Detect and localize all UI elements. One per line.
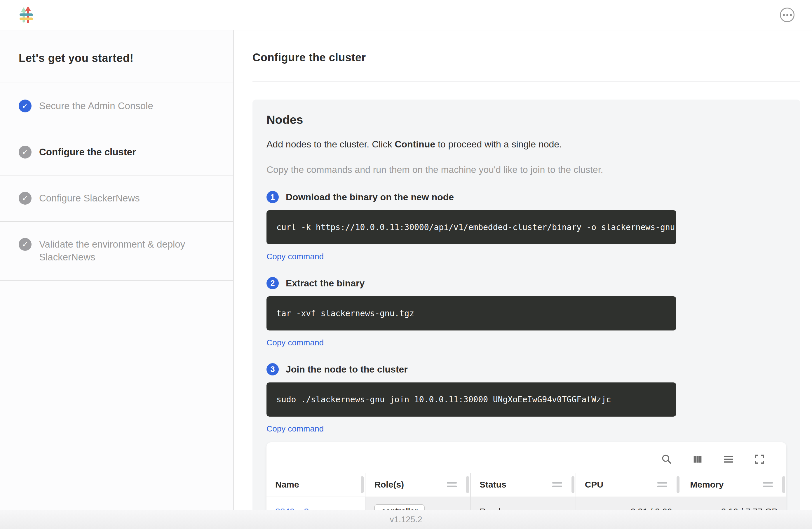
more-options-button[interactable] [780,8,795,22]
step-3-title: Join the node to the cluster [286,364,408,375]
page-layout: Let's get you started! ✓ Secure the Admi… [0,30,812,510]
ellipsis-icon [783,14,785,16]
step-3-badge: 3 [266,363,279,375]
column-resize-handle[interactable] [466,476,469,493]
check-circle-icon: ✓ [19,100,31,112]
column-menu-icon[interactable] [763,482,773,487]
title-divider [252,81,800,82]
sidebar-item-secure-admin-console[interactable]: ✓ Secure the Admin Console [0,83,233,129]
step-2-copy-command-link[interactable]: Copy command [266,338,324,347]
step-2-command: tar -xvf slackernews-gnu.tgz [266,296,676,330]
node-roles-cell: controller [365,497,470,510]
page-footer: v1.125.2 [0,510,812,529]
step-2-header: 2 Extract the binary [266,277,786,289]
nodes-card: Nodes Add nodes to the cluster. Click Co… [252,100,800,510]
node-name-cell: 8849ec3c [266,497,365,510]
columns-icon[interactable] [692,453,704,465]
node-row: 8849ec3c controller Ready 0.31 / 2.00 2.… [266,497,786,510]
column-header-cpu[interactable]: CPU [576,473,681,497]
table-toolbar [266,442,786,473]
sidebar-item-label: Validate the environment & deploy Slacke… [39,238,219,263]
nodes-table-card: Name Role(s) Status [266,442,786,510]
step-1-header: 1 Download the binary on the new node [266,191,786,203]
check-circle-icon: ✓ [19,146,31,158]
slackernews-logo-icon [17,5,36,24]
sidebar-heading: Let's get you started! [0,30,233,83]
version-label: v1.125.2 [390,515,422,524]
copy-instructions: Copy the commands and run them on the ma… [266,165,786,175]
fullscreen-icon[interactable] [754,453,765,465]
step-2-badge: 2 [266,277,279,289]
role-chip: controller [374,504,425,510]
sidebar-item-label: Secure the Admin Console [39,100,153,112]
nodes-intro: Add nodes to the cluster. Click Continue… [266,139,786,150]
setup-steps-sidebar: Let's get you started! ✓ Secure the Admi… [0,30,234,510]
column-menu-icon[interactable] [552,482,562,487]
sidebar-item-label: Configure the cluster [39,146,136,158]
column-resize-handle[interactable] [782,476,785,493]
check-circle-icon: ✓ [19,238,31,251]
column-resize-handle[interactable] [571,476,575,493]
column-menu-icon[interactable] [447,482,457,487]
sidebar-item-configure-slackernews[interactable]: ✓ Configure SlackerNews [0,175,233,221]
step-1-command: curl -k https://10.0.0.11:30000/api/v1/e… [266,210,676,244]
node-name-link[interactable]: 8849ec3c [275,506,313,510]
step-1-copy-command-link[interactable]: Copy command [266,252,324,261]
density-icon[interactable] [723,453,734,465]
table-header-row: Name Role(s) Status [266,473,786,497]
step-3-copy-command-link[interactable]: Copy command [266,424,324,433]
top-header [0,0,812,30]
column-header-status[interactable]: Status [470,473,576,497]
sidebar-item-configure-cluster[interactable]: ✓ Configure the cluster [0,129,233,175]
search-icon[interactable] [661,453,672,465]
column-header-name[interactable]: Name [266,473,365,497]
step-2-title: Extract the binary [286,278,365,289]
column-header-roles[interactable]: Role(s) [365,473,470,497]
main-content: Configure the cluster Nodes Add nodes to… [234,30,812,510]
page-title: Configure the cluster [252,52,800,64]
check-circle-icon: ✓ [19,192,31,205]
nodes-heading: Nodes [266,113,786,127]
column-resize-handle[interactable] [677,476,680,493]
node-cpu-cell: 0.31 / 2.00 [576,497,681,510]
step-1-title: Download the binary on the new node [286,192,454,203]
column-menu-icon[interactable] [657,482,667,487]
step-1-badge: 1 [266,191,279,203]
sidebar-item-validate-deploy[interactable]: ✓ Validate the environment & deploy Slac… [0,221,233,281]
node-memory-cell: 2.19 / 7.77 GB [681,497,786,510]
step-3-header: 3 Join the node to the cluster [266,363,786,375]
sidebar-item-label: Configure SlackerNews [39,192,140,205]
nodes-table: Name Role(s) Status [266,473,786,510]
node-status-cell: Ready [470,497,576,510]
column-resize-handle[interactable] [361,476,364,493]
column-header-memory[interactable]: Memory [681,473,786,497]
step-3-command: sudo ./slackernews-gnu join 10.0.0.11:30… [266,383,676,417]
continue-keyword: Continue [395,139,435,149]
